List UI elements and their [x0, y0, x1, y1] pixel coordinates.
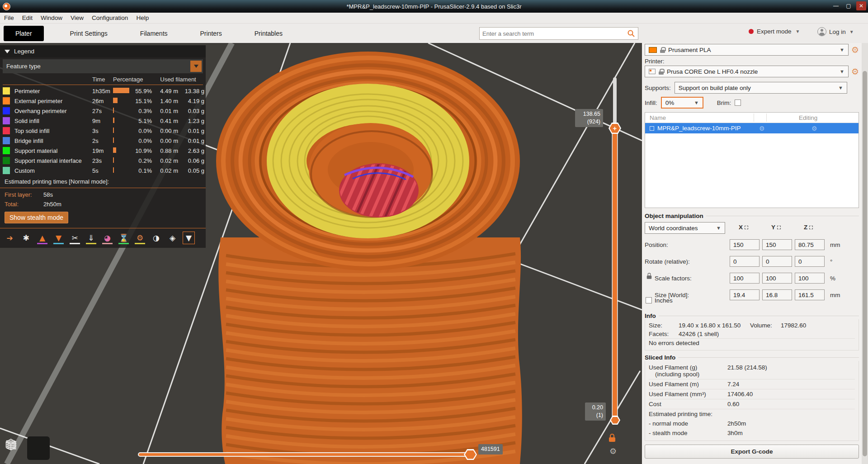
- manip-field-2-z[interactable]: 100: [795, 273, 825, 284]
- seams-icon[interactable]: ✂: [69, 232, 81, 244]
- tab-printables[interactable]: Printables: [248, 26, 289, 41]
- retractions-icon[interactable]: ▲: [36, 232, 48, 244]
- close-button[interactable]: ✕: [856, 1, 866, 10]
- menu-help[interactable]: Help: [132, 13, 153, 23]
- infill-combo[interactable]: 0% ▼: [661, 97, 703, 109]
- feature-row-overhang-perimeter[interactable]: Overhang perimeter27s0.3%0.01 m0.03 g: [0, 106, 206, 116]
- manip-field-3-x[interactable]: 19.4: [730, 289, 760, 300]
- tab-filaments[interactable]: Filaments: [134, 26, 174, 41]
- manip-field-2-y[interactable]: 100: [762, 273, 792, 284]
- feature-row-bridge-infill[interactable]: Bridge infill2s0.0%0.00 m0.01 g: [0, 136, 206, 146]
- search-box[interactable]: [479, 27, 638, 40]
- printer-combo[interactable]: Prusa CORE One L HF0.4 nozzle ▼: [645, 66, 849, 77]
- printer-settings-gear-icon[interactable]: ⚙: [851, 67, 859, 76]
- manip-field-3-y[interactable]: 16.8: [762, 289, 792, 300]
- lock-icon: [660, 47, 665, 53]
- combo-dropdown-button[interactable]: [190, 61, 202, 72]
- feature-bar: [113, 157, 131, 164]
- feature-weight: 0.01 g: [178, 137, 204, 144]
- layer-slider-bottom-tooltip: 0.20 (1): [585, 402, 606, 421]
- menu-file[interactable]: File: [0, 13, 18, 23]
- col-percentage: Percentage: [113, 76, 152, 83]
- minimize-button[interactable]: —: [831, 1, 841, 10]
- login-button[interactable]: Log in ▼: [817, 27, 854, 36]
- feature-name: Solid infill: [14, 118, 92, 124]
- search-input[interactable]: [482, 30, 627, 37]
- export-gcode-button[interactable]: Export G-code: [645, 445, 859, 459]
- feature-percentage: 10.9%: [131, 147, 152, 154]
- manip-field-2-x[interactable]: 100: [730, 273, 760, 284]
- editing-gear-icon[interactable]: ⚙: [759, 125, 765, 132]
- legend-panel: Legend Feature type Time Percentage Used…: [0, 45, 206, 248]
- layer-slider-track-upper[interactable]: [613, 77, 617, 130]
- manip-field-1-y[interactable]: 0: [762, 256, 792, 267]
- color-changes-icon[interactable]: ◕: [101, 232, 113, 244]
- slider-gear-icon[interactable]: ⚙: [609, 446, 617, 456]
- feature-row-external-perimeter[interactable]: External perimeter26m15.1%1.40 m4.19 g: [0, 96, 206, 106]
- deretractions-icon[interactable]: ▼: [52, 232, 65, 244]
- menu-edit[interactable]: Edit: [18, 13, 37, 23]
- tab-print-settings[interactable]: Print Settings: [64, 26, 114, 41]
- feature-percentage: 0.3%: [131, 108, 152, 114]
- manip-field-3-z[interactable]: 161.5: [795, 289, 825, 300]
- menu-configuration[interactable]: Configuration: [88, 13, 132, 23]
- layer-slider-track[interactable]: [613, 128, 617, 422]
- view-type-combo[interactable]: Feature type: [3, 59, 203, 73]
- maximize-button[interactable]: ▢: [844, 1, 854, 10]
- slider-lock-icon[interactable]: [609, 434, 616, 442]
- supports-combo[interactable]: Support on build plate only ▼: [675, 82, 847, 94]
- manip-field-1-x[interactable]: 0: [730, 256, 760, 267]
- manip-field-0-y[interactable]: 150: [762, 239, 792, 250]
- filament-settings-gear-icon[interactable]: ⚙: [851, 46, 859, 54]
- legend-nozzle-icon[interactable]: ▼: [183, 232, 195, 244]
- feature-row-solid-infill[interactable]: Solid infill9m5.1%0.41 m1.23 g: [0, 116, 206, 126]
- tool-changes-icon[interactable]: ⇓: [85, 232, 97, 244]
- view-type-value: Feature type: [6, 63, 41, 70]
- filament-combo[interactable]: Prusament PLA ▼: [645, 44, 849, 56]
- feature-row-top-solid-infill[interactable]: Top solid infill3s0.0%0.00 m0.01 g: [0, 126, 206, 136]
- menu-window[interactable]: Window: [37, 13, 66, 23]
- tool-marker-icon[interactable]: ◈: [166, 232, 179, 244]
- sidebar-scrollbar[interactable]: [862, 43, 868, 464]
- scrollbar-thumb[interactable]: [863, 71, 867, 456]
- manip-field-0-z[interactable]: 80.75: [795, 239, 825, 250]
- legend-header[interactable]: Legend: [0, 45, 206, 57]
- mode-selector[interactable]: Expert mode ▼: [749, 28, 800, 35]
- object-manipulation-title: Object manipulation: [645, 213, 859, 219]
- manip-unit: mm: [830, 292, 840, 298]
- pause-prints-icon[interactable]: ⌛: [118, 232, 130, 244]
- travels-icon[interactable]: ➔: [4, 232, 16, 244]
- object-list[interactable]: Name Editing MPR&P_leadscrew-10mm-PIP ⚙ …: [645, 112, 859, 208]
- coordinate-system-combo[interactable]: World coordinates ▼: [645, 222, 725, 234]
- feature-row-support-material-interface[interactable]: Support material interface23s0.2%0.02 m0…: [0, 156, 206, 166]
- preview-view-button[interactable]: [27, 436, 50, 460]
- feature-row-support-material[interactable]: Support material19m10.9%0.88 m2.63 g: [0, 146, 206, 156]
- manip-field-1-z[interactable]: 0: [795, 256, 825, 267]
- collapse-triangle-icon[interactable]: [5, 50, 10, 53]
- sliced-row: Used Filament (g)(including spool)21.58 …: [649, 363, 855, 379]
- sliced-label: - normal mode: [649, 420, 727, 427]
- feature-time: 5s: [92, 167, 113, 174]
- move-slider-tooltip: 481591: [478, 444, 503, 455]
- tab-plater[interactable]: Plater: [4, 26, 44, 41]
- move-slider-track[interactable]: [138, 452, 474, 457]
- tab-printers[interactable]: Printers: [194, 26, 228, 41]
- object-list-row-selected[interactable]: MPR&P_leadscrew-10mm-PIP ⚙ ⚙: [645, 123, 859, 133]
- search-icon[interactable]: [627, 29, 635, 38]
- 3d-preview-viewport[interactable]: Legend Feature type Time Percentage Used…: [0, 43, 642, 464]
- custom-gcodes-icon[interactable]: ⚙: [134, 232, 146, 244]
- shells-icon[interactable]: ◑: [150, 232, 162, 244]
- feature-color-swatch: [3, 117, 10, 124]
- feature-row-perimeter[interactable]: Perimeter1h35m55.9%4.49 m13.38 g: [0, 86, 206, 96]
- wipe-icon[interactable]: ✱: [20, 232, 32, 244]
- show-stealth-mode-button[interactable]: Show stealth mode: [5, 212, 68, 223]
- manip-field-0-x[interactable]: 150: [730, 239, 760, 250]
- sliced-row: Used Filament (mm³)17406.40: [649, 389, 855, 399]
- editing-gear-icon[interactable]: ⚙: [811, 125, 817, 132]
- brim-checkbox[interactable]: [735, 99, 741, 106]
- menu-view[interactable]: View: [66, 13, 88, 23]
- manip-row-0: Position:15015080.75mm: [645, 239, 859, 250]
- estimate-value: 58s: [43, 191, 53, 198]
- feature-row-custom[interactable]: Custom5s0.1%0.02 m0.05 g: [0, 166, 206, 175]
- lock-icon: [659, 69, 664, 75]
